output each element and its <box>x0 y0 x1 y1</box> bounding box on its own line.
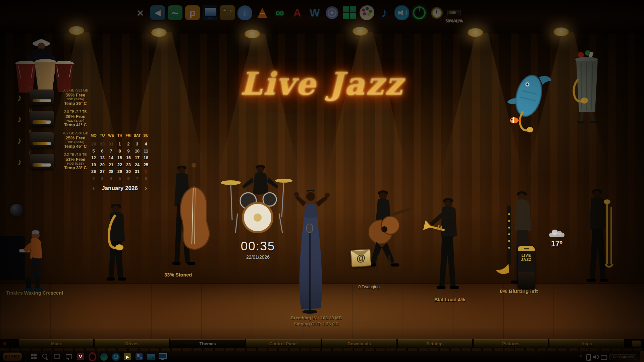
tab-themes[interactable]: Themes <box>170 339 245 348</box>
drive-capacity: 383 GB /931 GB <box>57 88 94 93</box>
drive-meter-f[interactable]: ♪F2.2 TB /4.5 TB51% FreeHDD (USB)Temp 33… <box>17 151 94 172</box>
volume-app-icon[interactable]: ) <box>394 5 409 20</box>
music-note-icon: ♪ <box>16 155 28 168</box>
phone-link-icon[interactable] <box>585 354 591 360</box>
music-note-icon: ♪ <box>16 134 28 146</box>
drive-meter-c[interactable]: ♪C383 GB /931 GB59% FreeSSD (SATA)Temp 3… <box>17 86 94 108</box>
drive-capacity: 2.2 TB /4.5 TB <box>57 153 94 157</box>
drive-capacity: 702 GB /930 GB <box>57 131 94 135</box>
calendar-prev-button[interactable]: ‹ <box>89 185 98 192</box>
music-note-icon: ♪ <box>16 91 28 104</box>
drive-temperature: Temp 41° C <box>57 123 94 127</box>
email-widget[interactable]: @ <box>350 249 371 267</box>
spotlight-lamp <box>151 28 167 37</box>
volume-tray-icon[interactable] <box>593 354 599 360</box>
start-button[interactable]: START <box>3 352 22 361</box>
paint-palette-icon[interactable] <box>360 5 374 20</box>
calendar-day: 16 <box>124 155 133 162</box>
moon-phase-icon <box>10 204 23 217</box>
drive-bay-icon <box>30 154 54 169</box>
weather-temperature: 17º <box>545 239 569 248</box>
calendar-day: 9 <box>124 148 133 155</box>
bass-widget-label: 33% Stoned <box>164 272 192 278</box>
taskbar-opera-icon[interactable] <box>86 351 98 362</box>
drive-bay-icon <box>30 89 54 105</box>
wavepad-app-icon-glyph: ~ <box>172 7 178 18</box>
power-button-icon[interactable] <box>412 5 427 20</box>
film-projector-icon[interactable] <box>220 5 235 20</box>
at-sign-icon: @ <box>356 253 366 264</box>
calendar-day: 8 <box>142 175 150 182</box>
taskbar-stopwatch-icon[interactable] <box>110 351 121 362</box>
calendar-day: 10 <box>133 148 142 155</box>
network-tray-icon[interactable] <box>600 354 607 360</box>
calendar-next-button[interactable]: › <box>142 185 150 192</box>
taskbar-display-app-icon[interactable] <box>145 351 157 362</box>
volume-app-icon-glyph: ) <box>406 9 407 14</box>
calendar-day-header: SAT <box>133 133 142 141</box>
spotlight-lamp <box>553 27 569 36</box>
can-label-jazz: JAZZ <box>518 257 535 261</box>
cable-knot-app-icon[interactable]: ∞ <box>272 5 287 20</box>
show-desktop-button[interactable] <box>640 351 644 362</box>
taskbar-tiles-app-icon[interactable] <box>133 351 145 362</box>
patreon-app-icon[interactable]: p <box>185 5 200 20</box>
calendar-day: 13 <box>98 155 107 162</box>
tray-expand-chevron-icon[interactable]: ^ <box>577 354 584 359</box>
taskbar-windows-icon[interactable] <box>28 351 39 362</box>
calendar-day: 4 <box>142 141 150 148</box>
launcher-tab-bar: MainDrivesThemesControl PanelDownloadsSe… <box>0 339 644 348</box>
taskbar-monitor-app-icon[interactable] <box>157 351 168 362</box>
alarm-clock-icon[interactable] <box>429 5 444 20</box>
calendar-day: 31 <box>107 141 115 148</box>
drive-meter-d[interactable]: ♪D2.0 TB /2.7 TB26% FreeHDD (SATA)Temp 4… <box>17 108 94 129</box>
cloud-download-icon[interactable]: ↓ <box>237 5 252 20</box>
taskbar-clock[interactable]: 12:35:40 am <box>609 354 636 360</box>
blueprint-tool-icon[interactable]: × <box>133 5 148 20</box>
calendar-widget: MOTUWETHFRISATSU293031123456789101112131… <box>89 133 150 192</box>
weather-widget[interactable]: 17º <box>545 231 569 248</box>
calendar-day: 1 <box>115 141 124 148</box>
calendar-day: 5 <box>115 175 124 182</box>
monitor-app-icon[interactable] <box>203 5 217 20</box>
tab-pictures[interactable]: Pictures <box>474 339 548 348</box>
taskbar-search-icon[interactable] <box>39 351 51 362</box>
taskbar-task-view-icon[interactable] <box>51 351 63 362</box>
tab-main[interactable]: Main <box>19 339 93 348</box>
music-note-app-icon[interactable]: ♪ <box>377 5 392 20</box>
calendar-day: 15 <box>115 155 124 162</box>
word-app-icon[interactable]: W <box>307 5 322 20</box>
calendar-day: 18 <box>142 155 150 162</box>
tab-control-panel[interactable]: Control Panel <box>246 339 321 348</box>
tab-apps[interactable]: Apps <box>549 339 624 348</box>
network-traffic-widget: Breathing IN : 108.38 MB Singing OUT: 1.… <box>266 315 367 327</box>
drive-meter-e[interactable]: ♪E702 GB /930 GB25% FreeHDD (SATA)Temp 4… <box>17 129 94 151</box>
vlc-player-icon[interactable] <box>255 5 270 20</box>
calendar-day: 6 <box>124 175 133 182</box>
music-note-app-icon-glyph: ♪ <box>381 6 388 19</box>
tab-drives[interactable]: Drives <box>95 339 169 348</box>
calendar-selected-day: 22 <box>115 162 124 169</box>
tabbar-scroll-handle[interactable] <box>632 341 641 347</box>
adobe-reader-icon[interactable]: A <box>290 5 305 20</box>
pianist-graphic <box>0 215 60 293</box>
tab-downloads[interactable]: Downloads <box>322 339 396 348</box>
calendar-day: 1 <box>142 168 150 175</box>
tab-settings[interactable]: Settings <box>398 339 472 348</box>
cloud-download-icon-glyph: ↓ <box>243 9 247 17</box>
guitarist-graphic <box>345 188 416 284</box>
taskbar-media-player-icon[interactable]: ▶ <box>121 351 133 362</box>
calendar-day: 11 <box>142 148 150 155</box>
guitar-widget-label: 0 Twanging <box>349 285 389 289</box>
battery-meter-icon[interactable]: 59%/41% <box>447 5 462 20</box>
clock-date: 22/01/2026 <box>224 254 291 260</box>
taskbar-chat-icon[interactable] <box>63 351 74 362</box>
windows-logo-icon[interactable] <box>342 5 357 20</box>
taskbar-vivaldi-icon[interactable]: V <box>74 351 86 362</box>
taskbar-edge-icon[interactable] <box>98 351 110 362</box>
dvd-disc-icon[interactable] <box>325 5 339 20</box>
piano-widget-label: Tinkles Waxing Crescent <box>6 290 63 296</box>
wavepad-app-icon[interactable]: ~ <box>168 5 182 20</box>
trashcan-sax-graphic <box>568 50 608 128</box>
cubase-app-icon[interactable]: ◀ <box>150 5 165 20</box>
